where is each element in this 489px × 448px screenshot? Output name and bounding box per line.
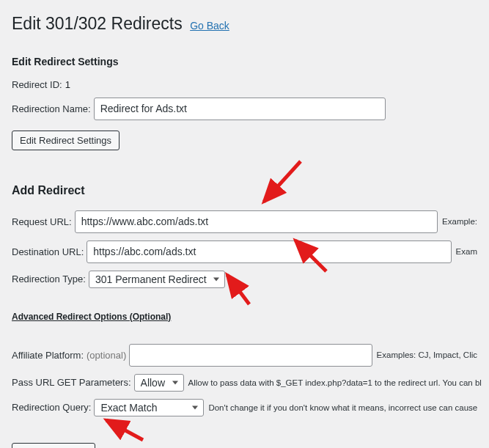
redirection-type-label: Redirection Type: [12,273,86,284]
destination-url-hint: Exam [456,247,477,256]
go-back-link[interactable]: Go Back [190,20,229,32]
redirection-query-label: Redirection Query: [12,402,91,413]
add-redirect-heading: Add Redirect [12,184,477,197]
destination-url-input[interactable] [87,240,451,263]
affiliate-hint: Examples: CJ, Impact, Clic [377,350,477,359]
request-url-label: Request URL: [12,216,72,227]
redirect-id-value: 1 [65,79,70,90]
affiliate-platform-input[interactable] [129,344,372,367]
edit-redirect-settings-button[interactable]: Edit Redirect Settings [12,131,120,150]
pass-get-hint: Allow to pass data with $_GET index.php?… [188,378,482,387]
edit-settings-heading: Edit Redirect Settings [12,56,477,67]
request-url-hint: Example: [442,217,477,226]
redirection-query-select[interactable]: Exact Match [94,399,204,416]
advanced-options-heading: Advanced Redirect Options (Optional) [12,312,477,322]
redirection-type-select[interactable]: 301 Permanent Redirect [89,271,225,288]
redirection-name-input[interactable] [94,98,386,120]
request-url-input[interactable] [75,210,438,233]
redirect-id-label: Redirect ID: [12,79,62,90]
destination-url-label: Destination URL: [12,246,84,257]
submit-redirect-button[interactable]: Submit Redirect [12,443,95,448]
pass-get-select[interactable]: Allow [134,374,184,392]
redirection-name-label: Redirection Name: [12,103,91,114]
pass-get-label: Pass URL GET Parameters: [12,377,131,388]
redirection-query-hint: Don't change it if you don't know what i… [208,403,477,412]
affiliate-optional-text: (optional) [87,350,126,361]
page-title: Edit 301/302 Redirects [12,13,183,35]
affiliate-platform-label: Affiliate Platform: [12,350,84,361]
